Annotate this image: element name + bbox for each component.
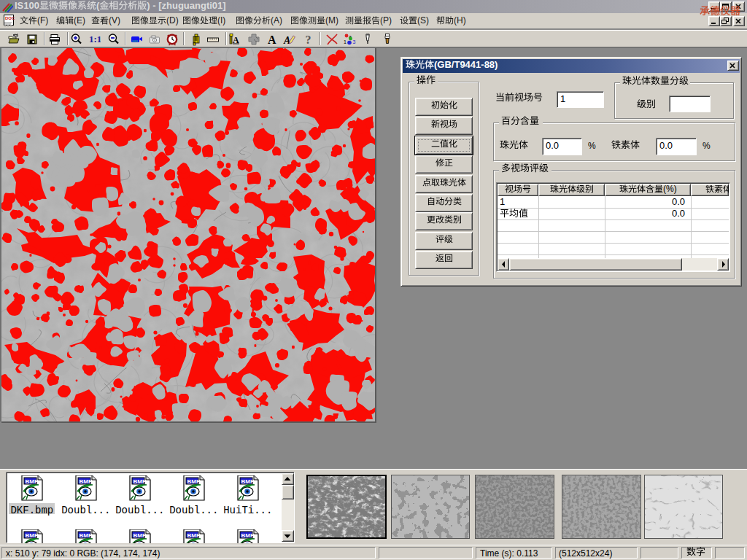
svg-text:(E): (E) — [74, 15, 85, 26]
svg-text:0.0: 0.0 — [672, 196, 685, 207]
svg-text:%: % — [588, 141, 596, 151]
svg-text:(H): (H) — [454, 15, 466, 26]
svg-text:(%): (%) — [663, 184, 677, 194]
svg-text:1:1: 1:1 — [89, 34, 101, 44]
svg-text:IS100: IS100 — [15, 0, 39, 11]
svg-text:0.0: 0.0 — [659, 140, 673, 151]
svg-text:(D): (D) — [166, 15, 179, 26]
svg-text:DOC: DOC — [5, 16, 15, 20]
svg-text:A: A — [268, 34, 276, 46]
svg-text:(P): (P) — [380, 15, 392, 26]
svg-text:?: ? — [306, 34, 311, 46]
svg-text:) - [zhuguangti01]: ) - [zhuguangti01] — [147, 0, 225, 11]
svg-text:(GB/T9441-88): (GB/T9441-88) — [434, 59, 498, 70]
svg-text:A: A — [233, 35, 239, 45]
svg-text:(F): (F) — [37, 15, 48, 26]
svg-text:(A): (A) — [271, 15, 282, 26]
svg-text:1: 1 — [500, 196, 505, 207]
svg-text:%: % — [703, 141, 711, 151]
svg-text:(: ( — [96, 0, 100, 11]
svg-text:(V): (V) — [109, 15, 120, 26]
svg-text:(M): (M) — [325, 15, 338, 26]
svg-text:1: 1 — [560, 93, 565, 104]
svg-text:1: 1 — [344, 39, 347, 44]
svg-text:(S): (S) — [417, 15, 429, 26]
svg-text:3: 3 — [353, 39, 356, 44]
svg-text:(I): (I) — [217, 15, 225, 26]
svg-text:0.0: 0.0 — [672, 208, 685, 219]
svg-text:0.0: 0.0 — [546, 140, 559, 151]
